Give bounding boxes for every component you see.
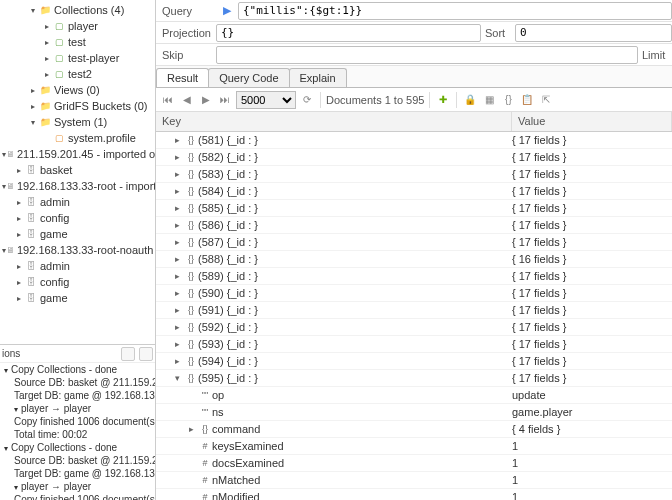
tree-item[interactable]: ▸🗄basket (0, 162, 155, 178)
table-row[interactable]: #keysExamined1 (156, 438, 672, 455)
table-row[interactable]: ▸{}(590) {_id : }{ 17 fields } (156, 285, 672, 302)
table-row[interactable]: #docsExamined1 (156, 455, 672, 472)
expand-icon[interactable]: ▸ (170, 339, 184, 349)
log-header[interactable]: ▾player → player (0, 480, 155, 493)
type-icon: "" (198, 407, 212, 417)
tree-item[interactable]: ▾📁System (1) (0, 114, 155, 130)
limit-label: Limit (638, 49, 672, 61)
row-key: docsExamined (212, 457, 284, 469)
expand-icon[interactable]: ▸ (170, 186, 184, 196)
add-icon[interactable]: ✚ (435, 92, 451, 108)
tree-item[interactable]: ▸▢player (0, 18, 155, 34)
ops-pencil-icon[interactable] (121, 347, 135, 361)
type-icon: {} (184, 373, 198, 383)
log-header[interactable]: ▾player → player (0, 402, 155, 415)
tree-item[interactable]: ▸▢test2 (0, 66, 155, 82)
tree-item[interactable]: ▸▢test-player (0, 50, 155, 66)
table-row[interactable]: ▸{}(594) {_id : }{ 17 fields } (156, 353, 672, 370)
row-value: { 17 fields } (512, 168, 672, 180)
log-line: Target DB: game @ 192.168.133.33-b (0, 389, 155, 402)
table-row[interactable]: ▸{}(582) {_id : }{ 17 fields } (156, 149, 672, 166)
lock-icon[interactable]: 🔒 (462, 92, 478, 108)
tab-result[interactable]: Result (156, 68, 209, 87)
table-row[interactable]: ▸{}(581) {_id : }{ 17 fields } (156, 132, 672, 149)
table-row[interactable]: #nModified1 (156, 489, 672, 500)
tree-item[interactable]: ▸🗄game (0, 226, 155, 242)
tree-item[interactable]: ▸▢test (0, 34, 155, 50)
tree-item[interactable]: ▾🖥192.168.133.33-root-noauth [sharded cl… (0, 242, 155, 258)
tree-item[interactable]: ▸🗄config (0, 274, 155, 290)
expand-icon[interactable]: ▸ (170, 271, 184, 281)
collection-icon: ▢ (52, 51, 66, 65)
table-row[interactable]: ▸{}(593) {_id : }{ 17 fields } (156, 336, 672, 353)
expand-icon[interactable]: ▸ (170, 169, 184, 179)
tree-item[interactable]: ▸🗄admin (0, 258, 155, 274)
projection-input[interactable] (216, 24, 481, 42)
expand-icon[interactable]: ▸ (170, 203, 184, 213)
table-row[interactable]: ▸{}command{ 4 fields } (156, 421, 672, 438)
type-icon: {} (184, 305, 198, 315)
table-row[interactable]: ▸{}(589) {_id : }{ 17 fields } (156, 268, 672, 285)
expand-icon[interactable]: ▸ (170, 356, 184, 366)
col-key[interactable]: Key (156, 112, 512, 131)
play-icon[interactable]: ▶ (219, 3, 235, 19)
json-icon[interactable]: {} (500, 92, 516, 108)
tree-item[interactable]: ▾🖥211.159.201.45 - imported on 2019-6-20… (0, 146, 155, 162)
row-value: { 17 fields } (512, 185, 672, 197)
expand-icon[interactable]: ▸ (184, 424, 198, 434)
table-row[interactable]: ▸{}(585) {_id : }{ 17 fields } (156, 200, 672, 217)
table-row[interactable]: ▸{}(591) {_id : }{ 17 fields } (156, 302, 672, 319)
clipboard-icon[interactable]: 📋 (519, 92, 535, 108)
tree-item[interactable]: ▸📁GridFS Buckets (0) (0, 98, 155, 114)
last-page-icon[interactable]: ⏭ (217, 92, 233, 108)
sort-input[interactable] (515, 24, 672, 42)
first-page-icon[interactable]: ⏮ (160, 92, 176, 108)
table-row[interactable]: ▸{}(587) {_id : }{ 17 fields } (156, 234, 672, 251)
next-page-icon[interactable]: ▶ (198, 92, 214, 108)
tree-item[interactable]: ▾🖥192.168.133.33-root - imported on 2019… (0, 178, 155, 194)
expand-icon[interactable]: ▸ (170, 322, 184, 332)
left-panel: ▾📁Collections (4)▸▢player▸▢test▸▢test-pl… (0, 0, 156, 500)
tree-item[interactable]: ▸🗄game (0, 290, 155, 306)
tree-item[interactable]: ▸📁Views (0) (0, 82, 155, 98)
prev-page-icon[interactable]: ◀ (179, 92, 195, 108)
expand-icon[interactable]: ▸ (170, 237, 184, 247)
expand-icon[interactable]: ▾ (170, 373, 184, 383)
table-row[interactable]: ""nsgame.player (156, 404, 672, 421)
query-input[interactable] (238, 2, 672, 20)
table-row[interactable]: #nMatched1 (156, 472, 672, 489)
export-icon[interactable]: ⇱ (538, 92, 554, 108)
tab-querycode[interactable]: Query Code (208, 68, 289, 87)
table-row[interactable]: ▸{}(592) {_id : }{ 17 fields } (156, 319, 672, 336)
expand-icon[interactable]: ▸ (170, 305, 184, 315)
tree-item[interactable]: ▸🗄config (0, 210, 155, 226)
refresh-icon[interactable]: ⟳ (299, 92, 315, 108)
result-grid[interactable]: Key Value ▸{}(581) {_id : }{ 17 fields }… (156, 112, 672, 500)
expand-icon[interactable]: ▸ (170, 254, 184, 264)
grid-icon[interactable]: ▦ (481, 92, 497, 108)
table-row[interactable]: ▾{}(595) {_id : }{ 17 fields } (156, 370, 672, 387)
skip-input[interactable] (216, 46, 638, 64)
page-size-select[interactable]: 5000 (236, 91, 296, 109)
expand-icon[interactable]: ▸ (170, 220, 184, 230)
table-row[interactable]: ▸{}(583) {_id : }{ 17 fields } (156, 166, 672, 183)
tab-explain[interactable]: Explain (289, 68, 347, 87)
tree-item[interactable]: ▾📁Collections (4) (0, 2, 155, 18)
log-header[interactable]: ▾Copy Collections - done (0, 363, 155, 376)
ops-delete-icon[interactable] (139, 347, 153, 361)
tree-item[interactable]: ▢system.profile (0, 130, 155, 146)
expand-icon[interactable]: ▸ (170, 152, 184, 162)
table-row[interactable]: ▸{}(586) {_id : }{ 17 fields } (156, 217, 672, 234)
table-row[interactable]: ""opupdate (156, 387, 672, 404)
tree-item[interactable]: ▸🗄admin (0, 194, 155, 210)
type-icon: {} (184, 288, 198, 298)
connections-tree[interactable]: ▾📁Collections (4)▸▢player▸▢test▸▢test-pl… (0, 0, 155, 345)
row-key: (591) {_id : } (198, 304, 258, 316)
expand-icon[interactable]: ▸ (170, 288, 184, 298)
col-value[interactable]: Value (512, 112, 672, 131)
table-row[interactable]: ▸{}(588) {_id : }{ 16 fields } (156, 251, 672, 268)
table-row[interactable]: ▸{}(584) {_id : }{ 17 fields } (156, 183, 672, 200)
expand-icon[interactable]: ▸ (170, 135, 184, 145)
log-line: Copy finished 1006 document(s) cc (0, 415, 155, 428)
log-header[interactable]: ▾Copy Collections - done (0, 441, 155, 454)
